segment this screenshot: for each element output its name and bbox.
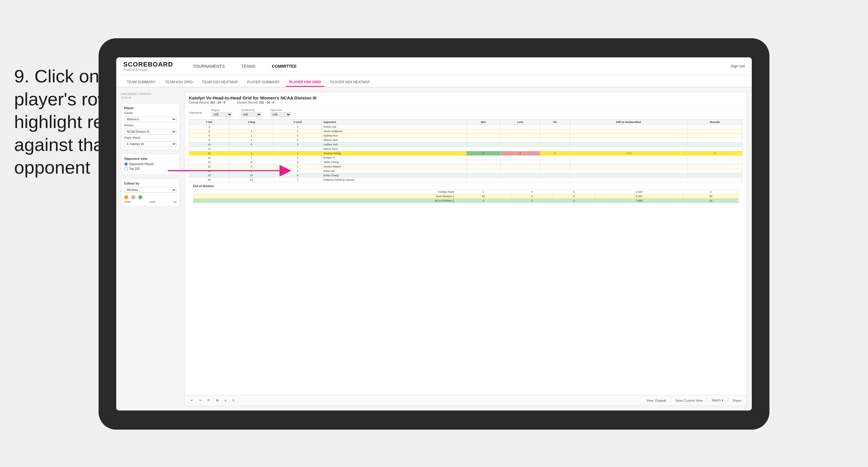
cell-win <box>466 143 500 147</box>
cell-loss <box>500 129 540 133</box>
gender-select[interactable]: Women's <box>124 117 177 122</box>
cell-win <box>466 125 500 129</box>
cell-rounds <box>687 129 743 133</box>
cell-conf: 4 <box>273 156 321 160</box>
overall-record-label: Overall Record: <box>189 101 209 104</box>
sign-out-button[interactable]: Sign out <box>731 64 745 68</box>
logo-area: SCOREBOARD Powered by clippd <box>123 61 173 71</box>
th-diff: Diff Av Strokes/Rnd <box>570 120 687 125</box>
cell-conf: 1 <box>273 125 321 129</box>
conference-select[interactable]: (All) <box>241 112 261 117</box>
th-conf: # Conf <box>273 120 321 125</box>
grid-records: Overall Record: 353 - 34 - 6 Division Re… <box>189 101 743 104</box>
cell-loss <box>500 173 540 178</box>
out-cell-3: 0 <box>553 194 595 199</box>
settings-button[interactable]: ⊙ <box>231 398 236 403</box>
opponent-select[interactable]: (All) <box>270 112 291 117</box>
gender-label: Gender <box>124 112 177 115</box>
tablet-screen: SCOREBOARD Powered by clippd TOURNAMENTS… <box>116 57 752 410</box>
cell-name: Jessica Mason <box>322 164 466 169</box>
cell-tie: 0 <box>540 151 570 156</box>
tab-team-h2h-heatmap[interactable]: TEAM H2H HEATMAP <box>198 78 241 87</box>
cell-div: 13 <box>189 151 229 156</box>
colour-by-title: Colour by <box>124 182 177 185</box>
player-section: Player Gender Women's Division NCAA Divi… <box>121 103 180 150</box>
cell-win <box>466 164 500 169</box>
cell-rounds <box>687 156 743 160</box>
division-record-value: 331 - 34 - 6 <box>259 101 274 104</box>
cell-rounds <box>687 178 743 182</box>
cell-tie <box>540 138 570 143</box>
cell-diff <box>570 125 687 129</box>
out-cell-1: 5 <box>456 199 511 203</box>
filter-opponent-label: Opponent <box>270 108 291 112</box>
filter-conference: Conference (All) <box>241 108 261 117</box>
cell-loss <box>500 138 540 143</box>
tab-player-summary[interactable]: PLAYER SUMMARY <box>244 78 283 87</box>
cell-conf: 1 <box>273 151 321 156</box>
out-cell-5: 2 <box>683 190 739 194</box>
undo-button[interactable]: ↩ <box>189 398 194 403</box>
player-rank-select[interactable]: 8. Katelyn Vo <box>124 141 177 147</box>
cell-tie <box>540 143 570 147</box>
out-cell-5: 10 <box>683 199 739 203</box>
table-row[interactable]: 11HeeJo Hyun <box>189 147 743 151</box>
bottom-toolbar: ↩ ↪ ⟳ ⊕ ≡ ⊙ View: Original Save Custom V… <box>185 395 747 405</box>
overall-record-value: 353 - 34 - 6 <box>210 101 225 104</box>
table-row[interactable]: 613Sydney Kuo <box>189 133 743 138</box>
table-row[interactable]: 1311Jessica Huang010-3.002 <box>189 151 743 156</box>
nav-committee[interactable]: COMMITTEE <box>270 63 299 70</box>
redo-button[interactable]: ↪ <box>197 398 203 403</box>
grid-header: Katelyn Vo Head-to-Head Grid for Women's… <box>185 92 747 106</box>
watch-button[interactable]: Watch ▾ <box>710 398 725 403</box>
tab-player-h2h-grid[interactable]: PLAYER H2H GRID <box>286 78 324 87</box>
cell-tie <box>540 178 570 182</box>
out-cell-4: 9.267 <box>595 194 683 199</box>
table-row[interactable]: 1063Andrea York <box>189 143 743 147</box>
out-cell-3: 0 <box>553 190 595 194</box>
legend-dots <box>124 195 177 199</box>
table-row[interactable]: 1474Eunice Yi <box>189 156 743 160</box>
cell-win <box>466 147 500 151</box>
cell-loss <box>500 169 540 173</box>
table-row[interactable]: 31Esther Lee <box>189 125 743 129</box>
region-select[interactable]: (All) <box>212 112 232 117</box>
colour-by-select[interactable]: Win/loss <box>124 187 177 193</box>
filter-region-label: Region <box>212 108 232 112</box>
add-button[interactable]: ⊕ <box>215 398 220 403</box>
menu-button[interactable]: ≡ <box>223 398 228 403</box>
share-button[interactable]: Share <box>731 398 743 403</box>
tab-player-h2h-heatmap[interactable]: PLAYER H2H HEATMAP <box>327 78 373 87</box>
cell-diff <box>570 169 687 173</box>
tab-team-summary[interactable]: TEAM SUMMARY <box>123 78 159 87</box>
dot-up <box>138 195 143 199</box>
cell-loss: 1 <box>500 151 540 156</box>
cell-conf: 2 <box>273 129 321 133</box>
save-custom-view-button[interactable]: Save Custom View <box>674 398 704 403</box>
cell-win <box>466 138 500 143</box>
cell-diff <box>570 138 687 143</box>
refresh-button[interactable]: ⟳ <box>206 398 212 403</box>
filter-opponent: Opponent (All) <box>270 108 291 117</box>
cell-rounds <box>687 160 743 164</box>
cell-tie <box>540 173 570 178</box>
cell-rounds <box>687 143 743 147</box>
tab-team-h2h-grid[interactable]: TEAM H2H GRID <box>161 78 196 87</box>
grid-content: Katelyn Vo Head-to-Head Grid for Women's… <box>185 92 747 406</box>
th-loss: Loss <box>500 120 540 125</box>
table-row[interactable]: 522Alexis Sudjianto <box>189 129 743 133</box>
cell-diff <box>570 173 687 178</box>
nav-tournaments[interactable]: TOURNAMENTS <box>191 63 227 70</box>
division-select[interactable]: NCAA Division III <box>124 129 177 134</box>
out-table-row[interactable]: NCAA Division 25007.40010 <box>193 199 739 203</box>
out-table-row[interactable]: Foreign Team1004.5002 <box>193 190 739 194</box>
cell-tie <box>540 156 570 160</box>
table-row[interactable]: 914Sharon Mun <box>189 138 743 143</box>
cell-reg <box>229 125 274 129</box>
cell-win <box>466 129 500 133</box>
out-cell-4: 4.500 <box>595 190 683 194</box>
cell-win <box>466 178 500 182</box>
view-original-button[interactable]: View: Original <box>645 398 668 403</box>
nav-teams[interactable]: TEAMS <box>239 63 258 70</box>
out-table-row[interactable]: NAIA Division 115009.26730 <box>193 194 739 199</box>
